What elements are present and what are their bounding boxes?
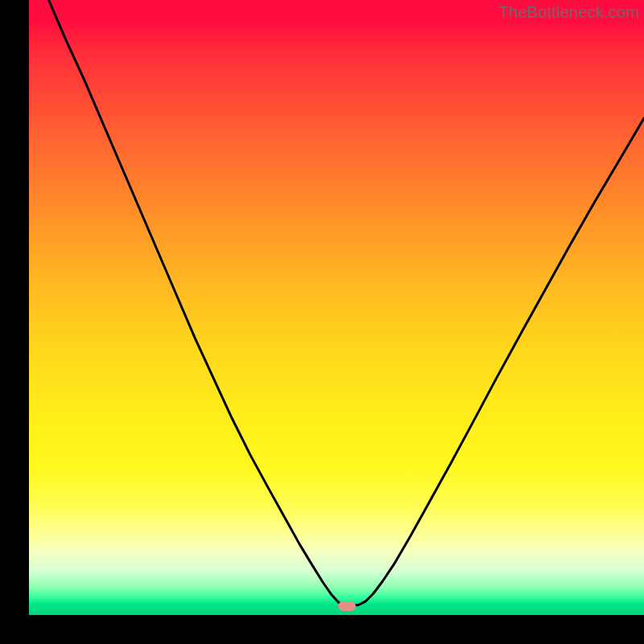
watermark-text: TheBottleneck.com xyxy=(498,3,639,22)
chart-frame: TheBottleneck.com xyxy=(0,0,644,644)
bottleneck-curve xyxy=(29,0,644,615)
optimal-marker xyxy=(338,601,356,611)
plot-area xyxy=(29,0,644,615)
